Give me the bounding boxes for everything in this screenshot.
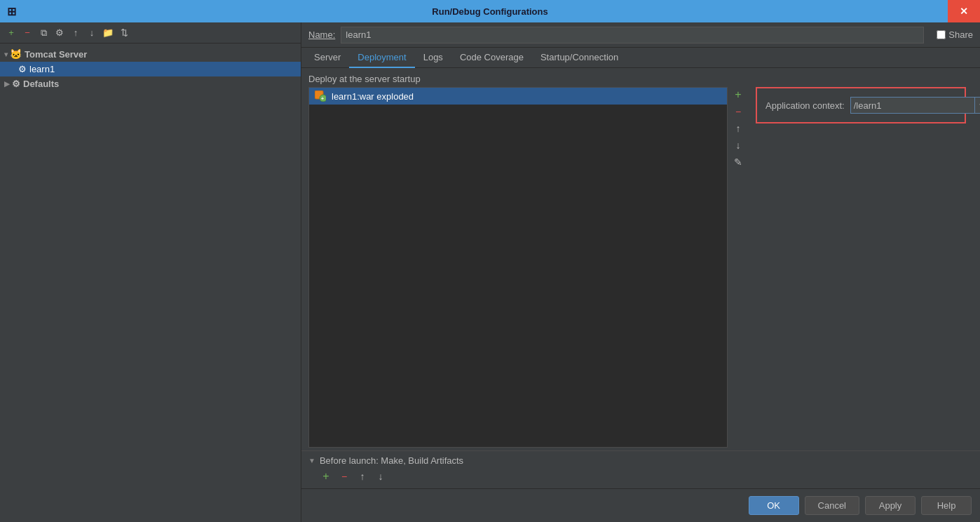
app-context-label: Application context:: [765, 100, 845, 111]
app-context-input[interactable]: [851, 99, 974, 112]
tree-item-learn1[interactable]: ⚙ learn1: [0, 62, 301, 76]
artifact-item-learn1[interactable]: + learn1:war exploded: [309, 88, 727, 105]
settings-config-button[interactable]: ⚙: [53, 26, 67, 40]
artifact-edit-button[interactable]: ✎: [730, 154, 746, 170]
help-button[interactable]: Help: [921, 496, 972, 515]
before-launch-header: ▼ Before launch: Make, Build Artifacts: [308, 455, 973, 466]
remove-artifact-button[interactable]: −: [730, 104, 746, 119]
config-tree: ▾ 🐱 Tomcat Server ⚙ learn1 ▶ ⚙ Defaults: [0, 44, 301, 94]
before-launch-down[interactable]: ↓: [373, 469, 388, 484]
name-bar: Name: Share: [301, 22, 980, 48]
tab-code-coverage[interactable]: Code Coverage: [451, 48, 532, 68]
tomcat-server-icon: 🐱: [10, 48, 22, 60]
left-panel: + − ⧉ ⚙ ↑ ↓ 📁 ⇅ ▾ 🐱 Tomcat Server ⚙ lear…: [0, 22, 301, 522]
move-down-button[interactable]: ↓: [85, 26, 99, 40]
before-launch-add[interactable]: +: [318, 469, 334, 484]
share-label: Share: [948, 29, 973, 40]
artifact-list: + learn1:war exploded: [308, 87, 728, 448]
tab-startup-connection[interactable]: Startup/Connection: [532, 48, 627, 68]
intellij-icon: ⊞: [7, 5, 16, 18]
apply-button[interactable]: Apply: [865, 496, 916, 515]
learn1-label: learn1: [29, 64, 55, 74]
war-icon: +: [315, 91, 327, 102]
app-context-input-wrap: ▼: [850, 97, 980, 114]
tab-content-deployment: Deploy at the server startup +: [301, 68, 980, 488]
configuration-tabs: Server Deployment Logs Code Coverage Sta…: [301, 48, 980, 68]
dialog-title: Run/Debug Configurations: [432, 6, 547, 17]
ok-button[interactable]: OK: [749, 496, 799, 515]
app-context-box: Application context: ▼: [756, 87, 966, 123]
before-launch-title: Before launch: Make, Build Artifacts: [320, 455, 463, 466]
before-launch-up[interactable]: ↑: [355, 469, 370, 484]
tab-server[interactable]: Server: [306, 48, 349, 68]
share-checkbox[interactable]: [937, 30, 946, 39]
name-label: Name:: [308, 29, 335, 40]
artifact-side-controls: + − ↑ ↓ ✎: [728, 87, 749, 448]
add-config-button[interactable]: +: [4, 26, 18, 40]
defaults-label: Defaults: [23, 79, 59, 89]
title-bar: ⊞ Run/Debug Configurations ✕: [0, 0, 980, 22]
tab-logs[interactable]: Logs: [415, 48, 451, 68]
remove-config-button[interactable]: −: [20, 26, 34, 40]
config-toolbar: + − ⧉ ⚙ ↑ ↓ 📁 ⇅: [0, 22, 301, 44]
folder-button[interactable]: 📁: [101, 26, 115, 40]
sort-button[interactable]: ⇅: [117, 26, 131, 40]
config-name-input[interactable]: [341, 27, 924, 44]
artifact-label: learn1:war exploded: [332, 91, 414, 102]
tree-item-tomcat-server[interactable]: ▾ 🐱 Tomcat Server: [0, 46, 301, 62]
artifact-down-button[interactable]: ↓: [730, 138, 746, 153]
app-context-dropdown[interactable]: ▼: [974, 98, 980, 113]
right-panel: Name: Share Server Deployment Logs Code …: [301, 22, 980, 522]
tomcat-expand-arrow: ▾: [4, 51, 8, 58]
app-context-panel: Application context: ▼: [749, 87, 973, 448]
defaults-icon: ⚙: [12, 79, 20, 89]
deploy-header: Deploy at the server startup: [301, 68, 980, 87]
main-content: + − ⧉ ⚙ ↑ ↓ 📁 ⇅ ▾ 🐱 Tomcat Server ⚙ lear…: [0, 22, 980, 522]
artifact-up-button[interactable]: ↑: [730, 121, 746, 136]
move-up-button[interactable]: ↑: [69, 26, 83, 40]
tree-item-defaults[interactable]: ▶ ⚙ Defaults: [0, 76, 301, 91]
share-area: Share: [937, 29, 973, 40]
before-launch-arrow[interactable]: ▼: [308, 457, 315, 464]
defaults-expand-arrow: ▶: [4, 80, 10, 88]
tab-deployment[interactable]: Deployment: [349, 48, 414, 68]
before-launch-remove[interactable]: −: [336, 469, 352, 484]
before-launch-toolbar: + − ↑ ↓: [308, 469, 973, 484]
bottom-buttons: OK Cancel Apply Help: [301, 488, 980, 522]
before-launch-section: ▼ Before launch: Make, Build Artifacts +…: [301, 450, 980, 488]
close-button[interactable]: ✕: [948, 0, 980, 22]
add-artifact-button[interactable]: +: [730, 87, 746, 102]
config-icon: ⚙: [18, 64, 27, 74]
deployment-body: Deploy at the server startup +: [301, 68, 980, 450]
cancel-button[interactable]: Cancel: [805, 496, 859, 515]
deploy-main: + learn1:war exploded + − ↑ ↓ ✎: [301, 87, 980, 448]
tomcat-server-label: Tomcat Server: [25, 49, 87, 60]
svg-text:+: +: [321, 96, 324, 101]
copy-config-button[interactable]: ⧉: [36, 26, 50, 40]
